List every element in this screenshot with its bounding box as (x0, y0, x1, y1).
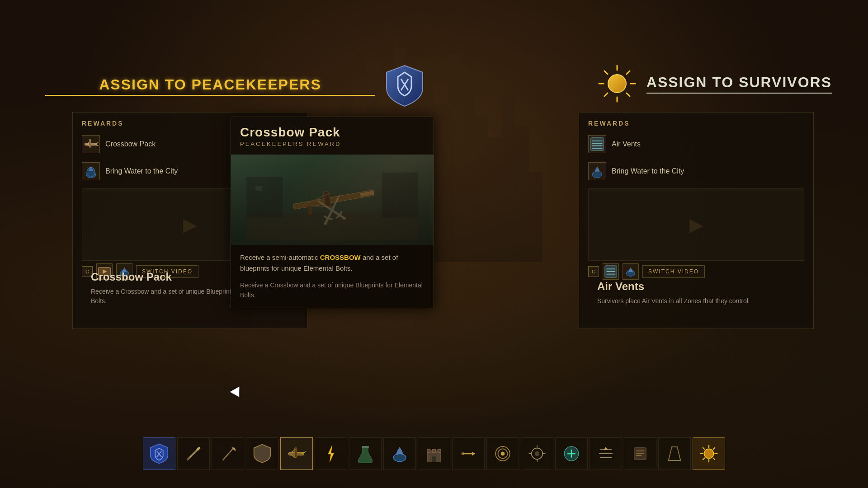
svg-line-10 (604, 93, 608, 96)
right-panel-desc: Survivors place Air Vents in all Zones t… (588, 296, 804, 306)
icon-survivors[interactable] (693, 437, 725, 470)
svg-line-97 (703, 458, 705, 460)
survivors-rewards-panel: REWARDS Air Vents Bring Water to the Cit… (579, 112, 814, 329)
survivors-sun-icon (597, 63, 637, 104)
tooltip-desc1: Receive a semi-automatic CROSSBOW and a … (240, 252, 425, 274)
tooltip-desc1-plain: Receive a semi-automatic (240, 253, 320, 261)
icon-bolt[interactable] (315, 437, 347, 470)
svg-point-56 (393, 454, 406, 462)
svg-rect-59 (432, 449, 435, 452)
svg-rect-61 (432, 456, 436, 462)
icon-shield2[interactable] (246, 437, 278, 470)
svg-line-88 (677, 447, 680, 460)
crossbow-pack-icon (82, 135, 100, 153)
svg-rect-12 (89, 139, 91, 147)
svg-line-94 (703, 448, 705, 450)
svg-marker-81 (604, 447, 608, 450)
icon-scroll[interactable] (624, 437, 656, 470)
tooltip-highlight: CROSSBOW (320, 253, 361, 261)
icon-plus[interactable] (555, 437, 588, 470)
svg-rect-32 (591, 138, 604, 151)
water-icon-left (82, 162, 100, 180)
right-panel-title: Air Vents (588, 273, 804, 296)
svg-line-8 (627, 93, 630, 96)
water-city-label-right: Bring Water to the City (612, 167, 684, 175)
svg-rect-23 (255, 186, 262, 191)
icon-sword[interactable] (177, 437, 210, 470)
assign-peacekeepers-button[interactable]: Assign to Peacekeepers (45, 63, 425, 108)
icon-target[interactable] (486, 437, 519, 470)
svg-line-9 (627, 71, 630, 74)
assign-peacekeepers-label: Assign to Peacekeepers (45, 76, 375, 96)
svg-marker-54 (328, 446, 334, 462)
icon-crossbow[interactable] (280, 437, 313, 470)
icon-axe[interactable] (212, 437, 244, 470)
svg-rect-22 (246, 177, 283, 218)
svg-rect-82 (634, 448, 646, 460)
svg-line-95 (713, 458, 715, 460)
svg-rect-24 (382, 173, 418, 218)
air-vents-icon (588, 135, 606, 153)
svg-rect-58 (427, 449, 430, 452)
assign-survivors-label: Assign to Survivors (646, 74, 832, 94)
water-city-label-left: Bring Water to the City (105, 167, 178, 175)
svg-point-89 (704, 449, 713, 458)
svg-line-96 (713, 448, 715, 450)
svg-rect-60 (438, 449, 441, 452)
tooltip-body: Receive a semi-automatic CROSSBOW and a … (231, 245, 434, 308)
assign-survivors-button[interactable]: Assign to Survivors (384, 63, 832, 104)
icon-bar (143, 437, 725, 470)
tooltip-title: Crossbow Pack (240, 125, 425, 140)
crossbow-tooltip: Crossbow Pack PEACEKEEPERS REWARD (231, 117, 434, 308)
svg-point-70 (535, 451, 540, 456)
svg-point-68 (501, 452, 505, 456)
tooltip-header: Crossbow Pack PEACEKEEPERS REWARD (231, 117, 434, 155)
svg-marker-63 (472, 452, 475, 456)
svg-line-7 (604, 71, 608, 74)
icon-castle[interactable] (418, 437, 450, 470)
air-vents-label: Air Vents (612, 140, 641, 148)
svg-line-48 (223, 449, 233, 460)
svg-rect-26 (323, 191, 331, 208)
icon-flask[interactable] (349, 437, 382, 470)
icon-peacekeepers[interactable] (143, 437, 175, 470)
svg-point-37 (592, 171, 602, 178)
icon-map[interactable] (658, 437, 691, 470)
tooltip-desc2: Receive a Crossbow and a set of unique B… (240, 280, 425, 300)
icon-tools[interactable] (521, 437, 553, 470)
svg-point-2 (608, 75, 626, 93)
icon-gear[interactable] (590, 437, 622, 470)
crossbow-pack-label: Crossbow Pack (105, 140, 156, 148)
icon-water[interactable] (383, 437, 416, 470)
right-panel-video: ▶ (588, 188, 804, 261)
svg-rect-55 (362, 446, 369, 448)
right-panel-header: REWARDS (579, 113, 813, 131)
svg-line-27 (301, 193, 331, 205)
tooltip-image (231, 155, 434, 245)
icon-arrow[interactable] (452, 437, 485, 470)
reward-item-water-right[interactable]: Bring Water to the City (579, 158, 813, 185)
reward-item-air-vents[interactable]: Air Vents (579, 131, 813, 158)
tooltip-subtitle: PEACEKEEPERS REWARD (240, 141, 425, 147)
svg-line-87 (669, 447, 672, 460)
water-icon-right (588, 162, 606, 180)
